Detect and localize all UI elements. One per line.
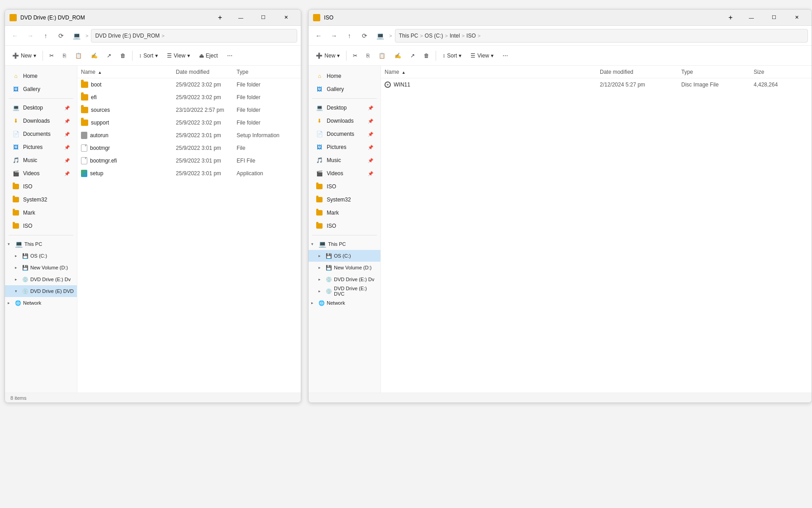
left-view-button[interactable]: ☰ View ▾	[163, 49, 194, 62]
sidebar-item-system32-right[interactable]: System32	[310, 193, 379, 206]
right-paste-button[interactable]: 📋	[375, 49, 389, 62]
right-back-button[interactable]: ←	[312, 29, 325, 42]
left-delete-button[interactable]: 🗑	[117, 49, 129, 62]
sidebar-item-iso1-left[interactable]: ISO	[7, 180, 75, 193]
right-new-button[interactable]: ➕ New ▾	[312, 49, 343, 62]
file-row-autorun[interactable]: autorun 25/9/2022 3:01 pm Setup Informat…	[77, 129, 301, 142]
left-refresh-button[interactable]: ⟳	[55, 29, 67, 42]
left-back-button[interactable]: ←	[9, 29, 21, 42]
right-refresh-button[interactable]: ⟳	[358, 29, 371, 42]
sidebar-sep2-left	[9, 235, 73, 235]
r-col-date-header[interactable]: Date modified	[600, 69, 681, 75]
tree-osc-expand: ▸	[15, 254, 20, 258]
sidebar-item-mark-left[interactable]: Mark	[7, 206, 75, 219]
right-forward-button[interactable]: →	[328, 29, 340, 42]
sidebar-downloads-label: Downloads	[23, 118, 50, 124]
right-maximize-button[interactable]: ☐	[764, 11, 784, 24]
right-new-tab-button[interactable]: +	[724, 11, 737, 24]
left-up-button[interactable]: ↑	[39, 29, 52, 42]
right-copy-button[interactable]: ⎘	[363, 49, 373, 62]
sidebar-item-gallery-right[interactable]: 🖼 Gallery	[310, 83, 379, 96]
file-row-sources[interactable]: sources 23/10/2022 2:57 pm File folder	[77, 104, 301, 116]
tree-thispc-right[interactable]: ▾ 💻 This PC	[309, 238, 380, 250]
r-col-name-header[interactable]: Name ▲	[385, 69, 600, 75]
tree-thispc-left[interactable]: ▾ 💻 This PC	[5, 238, 77, 250]
r-col-size-header[interactable]: Size	[754, 69, 808, 75]
sidebar-item-desktop-left[interactable]: 💻 Desktop 📌	[7, 101, 75, 114]
left-minimize-button[interactable]: —	[230, 11, 251, 24]
sidebar-item-system32-left[interactable]: System32	[7, 193, 75, 206]
sidebar-item-pictures-right[interactable]: 🖼 Pictures 📌	[310, 141, 379, 153]
left-share-button[interactable]: ↗	[103, 49, 115, 62]
sidebar-item-iso1-right[interactable]: ISO	[310, 180, 379, 193]
left-cut-button[interactable]: ✂	[46, 49, 57, 62]
right-cut-button[interactable]: ✂	[349, 49, 361, 62]
file-row-support[interactable]: support 25/9/2022 3:02 pm File folder	[77, 116, 301, 129]
left-forward-button[interactable]: →	[24, 29, 37, 42]
sidebar-item-mark-right[interactable]: Mark	[310, 206, 379, 219]
file-row-setup[interactable]: setup 25/9/2022 3:01 pm Application	[77, 167, 301, 180]
tree-dvd2-right[interactable]: ▸ 💿 DVD Drive (E:) DVC	[309, 285, 380, 297]
left-copy-button[interactable]: ⎘	[59, 49, 70, 62]
left-close-button[interactable]: ✕	[275, 11, 296, 24]
right-minimize-button[interactable]: —	[741, 11, 762, 24]
tree-osc-left[interactable]: ▸ 💾 OS (C:)	[5, 250, 77, 262]
left-new-button[interactable]: ➕ New ▾	[9, 49, 40, 62]
sidebar-item-iso2-right[interactable]: ISO	[310, 220, 379, 232]
sidebar-item-music-left[interactable]: 🎵 Music 📌	[7, 154, 75, 167]
right-breadcrumb[interactable]: This PC > OS (C:) > Intel > ISO >	[395, 29, 808, 43]
left-pc-icon[interactable]: 💻	[70, 29, 83, 42]
sidebar-item-videos-right[interactable]: 🎬 Videos 📌	[310, 167, 379, 180]
left-rename-button[interactable]: ✍	[87, 49, 101, 62]
sidebar-item-downloads-left[interactable]: ⬇ Downloads 📌	[7, 115, 75, 127]
file-name-bootmgr: bootmgr	[81, 144, 176, 152]
left-sort-button[interactable]: ↕ Sort ▾	[135, 49, 161, 62]
col-date-header-left[interactable]: Date modified	[176, 69, 237, 75]
left-breadcrumb[interactable]: DVD Drive (E:) DVD_ROM >	[91, 29, 297, 43]
right-more-button[interactable]: ⋯	[499, 49, 512, 62]
sidebar-item-iso2-left[interactable]: ISO	[7, 220, 75, 232]
tree-dvd1-right[interactable]: ▸ 💿 DVD Drive (E:) Dv	[309, 273, 380, 285]
right-pc-icon[interactable]: 💻	[374, 29, 386, 42]
sidebar-item-downloads-right[interactable]: ⬇ Downloads 📌	[310, 115, 379, 127]
sidebar-item-pictures-left[interactable]: 🖼 Pictures 📌	[7, 141, 75, 153]
setup-icon	[81, 170, 87, 177]
tree-newvol-right[interactable]: ▸ 💾 New Volume (D:)	[309, 262, 380, 273]
file-row-boot[interactable]: boot 25/9/2022 3:02 pm File folder	[77, 78, 301, 91]
left-more-button[interactable]: ⋯	[223, 49, 236, 62]
tree-newvol-left[interactable]: ▸ 💾 New Volume (D:)	[5, 262, 77, 273]
sidebar-item-home-right[interactable]: ⌂ Home	[310, 70, 379, 82]
sidebar-item-videos-left[interactable]: 🎬 Videos 📌	[7, 167, 75, 180]
tree-dvd1-left[interactable]: ▸ 💿 DVD Drive (E:) Dv	[5, 273, 77, 285]
left-new-icon: ➕	[12, 53, 19, 59]
sidebar-item-documents-left[interactable]: 📄 Documents 📌	[7, 128, 75, 140]
sidebar-item-desktop-right[interactable]: 💻 Desktop 📌	[310, 101, 379, 114]
file-row-efi[interactable]: efi 25/9/2022 3:02 pm File folder	[77, 91, 301, 104]
sidebar-item-home-left[interactable]: ⌂ Home	[7, 70, 75, 82]
left-paste-button[interactable]: 📋	[71, 49, 85, 62]
right-share-button[interactable]: ↗	[407, 49, 418, 62]
left-eject-icon: ⏏	[199, 53, 204, 59]
file-row-bootmgr[interactable]: bootmgr 25/9/2022 3:01 pm File	[77, 142, 301, 154]
sidebar-item-music-right[interactable]: 🎵 Music 📌	[310, 154, 379, 167]
right-sort-button[interactable]: ↕ Sort ▾	[439, 49, 465, 62]
sidebar-item-gallery-left[interactable]: 🖼 Gallery	[7, 83, 75, 96]
tree-network-right[interactable]: ▸ 🌐 Network	[309, 297, 380, 309]
col-type-header-left[interactable]: Type	[237, 69, 297, 75]
right-close-button[interactable]: ✕	[786, 11, 807, 24]
right-delete-button[interactable]: 🗑	[420, 49, 433, 62]
file-row-win11[interactable]: WIN11 2/12/2024 5:27 pm Disc Image File …	[381, 78, 812, 91]
left-maximize-button[interactable]: ☐	[253, 11, 274, 24]
r-col-type-header[interactable]: Type	[681, 69, 754, 75]
left-new-tab-button[interactable]: +	[213, 11, 227, 24]
right-rename-button[interactable]: ✍	[391, 49, 405, 62]
col-name-header-left[interactable]: Name ▲	[81, 69, 176, 75]
tree-osc-right[interactable]: ▸ 💾 OS (C:)	[309, 250, 380, 262]
left-eject-button[interactable]: ⏏ Eject	[195, 49, 222, 62]
right-view-button[interactable]: ☰ View ▾	[467, 49, 497, 62]
tree-dvd2-left[interactable]: ▾ 💿 DVD Drive (E) DVD	[5, 285, 77, 297]
tree-network-left[interactable]: ▸ 🌐 Network	[5, 297, 77, 309]
right-up-button[interactable]: ↑	[343, 29, 356, 42]
sidebar-item-documents-right[interactable]: 📄 Documents 📌	[310, 128, 379, 140]
file-row-bootmgrefi[interactable]: bootmgr.efi 25/9/2022 3:01 pm EFI File	[77, 154, 301, 167]
